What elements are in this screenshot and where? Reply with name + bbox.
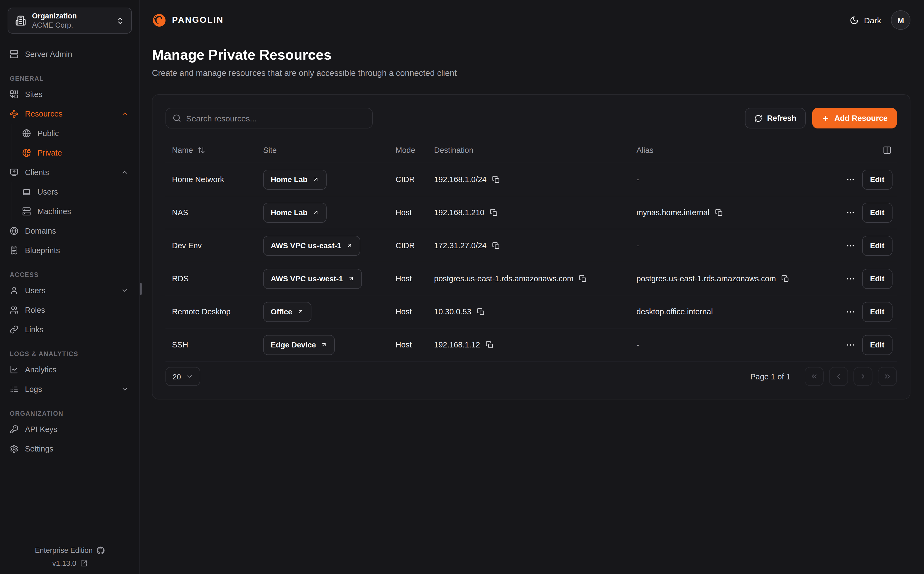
site-link-button[interactable]: Office xyxy=(263,302,311,322)
row-menu-button[interactable] xyxy=(846,340,855,349)
first-page-button[interactable] xyxy=(805,367,824,386)
copy-destination-button[interactable] xyxy=(490,208,498,216)
version-link[interactable]: v1.13.0 xyxy=(52,559,87,568)
sidebar-item-clients[interactable]: Clients xyxy=(8,162,132,182)
row-menu-button[interactable] xyxy=(846,241,855,250)
arrow-up-right-icon xyxy=(321,341,328,348)
app-window: Organization ACME Corp. Server Admin GEN… xyxy=(0,0,924,574)
edition-link[interactable]: Enterprise Edition xyxy=(35,546,104,555)
refresh-icon xyxy=(754,114,762,122)
link-icon xyxy=(10,325,19,334)
sidebar-item-roles[interactable]: Roles xyxy=(8,300,132,320)
moon-icon xyxy=(850,16,859,25)
alias-value: - xyxy=(636,241,639,250)
avatar[interactable]: M xyxy=(891,10,910,30)
main-content: PANGOLIN Dark M Manage Private Resources… xyxy=(140,0,924,574)
sidebar-item-private[interactable]: Private xyxy=(11,143,132,162)
chevron-down-icon xyxy=(121,385,128,393)
avatar-initial: M xyxy=(897,16,904,25)
row-menu-button[interactable] xyxy=(846,274,855,283)
edit-button[interactable]: Edit xyxy=(862,302,892,322)
sidebar-item-public[interactable]: Public xyxy=(11,124,132,143)
sidebar-item-label: Users xyxy=(38,188,58,196)
sidebar-item-settings[interactable]: Settings xyxy=(8,439,132,459)
page-size-select[interactable]: 20 xyxy=(166,367,200,386)
row-menu-button[interactable] xyxy=(846,175,855,184)
copy-icon xyxy=(490,208,498,216)
next-page-button[interactable] xyxy=(853,367,872,386)
copy-destination-button[interactable] xyxy=(492,175,500,183)
sidebar-item-api-keys[interactable]: API Keys xyxy=(8,419,132,439)
sidebar-item-links[interactable]: Links xyxy=(8,320,132,339)
copy-alias-button[interactable] xyxy=(781,274,790,283)
site-link-button[interactable]: AWS VPC us-east-1 xyxy=(263,235,360,255)
sidebar-resize-handle[interactable] xyxy=(140,283,142,295)
copy-destination-button[interactable] xyxy=(477,308,485,316)
org-selector[interactable]: Organization ACME Corp. xyxy=(8,8,132,34)
sidebar-item-client-users[interactable]: Users xyxy=(11,182,132,202)
add-resource-button[interactable]: Add Resource xyxy=(812,108,897,128)
edit-button[interactable]: Edit xyxy=(862,202,892,222)
ellipsis-icon xyxy=(846,340,855,349)
brand-logo-link[interactable]: PANGOLIN xyxy=(152,13,224,27)
brand-name: PANGOLIN xyxy=(172,15,224,25)
site-cell: AWS VPC us-east-1 xyxy=(256,235,389,255)
site-link-button[interactable]: Home Lab xyxy=(263,169,326,189)
alias-cell: mynas.home.internal xyxy=(630,208,835,217)
resources-subgroup: Public Private xyxy=(11,124,132,162)
sidebar-item-server-admin[interactable]: Server Admin xyxy=(8,44,132,64)
search-input[interactable] xyxy=(186,114,366,123)
table-row: SSH Edge Device Host 192.168.1.12 - Edit xyxy=(166,328,897,361)
arrow-up-right-icon xyxy=(312,176,319,183)
edit-button[interactable]: Edit xyxy=(862,169,892,189)
sidebar-item-blueprints[interactable]: Blueprints xyxy=(8,241,132,260)
alias-value: - xyxy=(636,175,639,184)
edit-button[interactable]: Edit xyxy=(862,235,892,255)
topbar-right: Dark M xyxy=(850,10,910,30)
site-link-button[interactable]: Home Lab xyxy=(263,202,326,222)
ellipsis-icon xyxy=(846,175,855,184)
chevron-up-icon xyxy=(121,169,128,176)
alias-value: postgres.us-east-1.rds.amazonaws.com xyxy=(636,274,776,283)
arrow-up-right-icon xyxy=(346,242,353,249)
sidebar-item-users[interactable]: Users xyxy=(8,281,132,300)
destination-value: 192.168.1.0/24 xyxy=(434,175,487,184)
columns-icon xyxy=(883,145,891,154)
destination-value: 10.30.0.53 xyxy=(434,308,471,316)
chevron-right-icon xyxy=(859,372,867,380)
edit-button[interactable]: Edit xyxy=(862,268,892,289)
site-link-button[interactable]: Edge Device xyxy=(263,335,335,355)
sidebar-item-logs[interactable]: Logs xyxy=(8,379,132,399)
row-menu-button[interactable] xyxy=(846,307,855,316)
sidebar-item-machines[interactable]: Machines xyxy=(11,202,132,221)
column-header-name-sort[interactable]: Name xyxy=(166,145,256,154)
row-actions: Edit xyxy=(835,235,897,255)
column-header-name: Name xyxy=(172,145,193,154)
edit-button[interactable]: Edit xyxy=(862,335,892,355)
logs-icon xyxy=(10,385,19,394)
site-link-button[interactable]: AWS VPC us-west-1 xyxy=(263,268,362,289)
copy-destination-button[interactable] xyxy=(579,274,587,283)
previous-page-button[interactable] xyxy=(829,367,848,386)
row-actions: Edit xyxy=(835,268,897,289)
alias-cell: - xyxy=(630,241,835,250)
sidebar-item-domains[interactable]: Domains xyxy=(8,221,132,241)
external-link-icon xyxy=(80,560,87,567)
resource-mode: Host xyxy=(389,308,427,316)
refresh-button[interactable]: Refresh xyxy=(745,108,805,128)
last-page-button[interactable] xyxy=(878,367,897,386)
resource-name: Remote Desktop xyxy=(166,308,256,316)
sidebar-item-resources[interactable]: Resources xyxy=(8,104,132,124)
github-icon xyxy=(97,546,105,555)
theme-toggle-button[interactable]: Dark xyxy=(850,16,881,25)
sidebar-item-analytics[interactable]: Analytics xyxy=(8,360,132,379)
ellipsis-icon xyxy=(846,307,855,316)
copy-alias-button[interactable] xyxy=(715,208,723,216)
topbar: PANGOLIN Dark M xyxy=(152,0,910,40)
chevrons-left-icon xyxy=(810,372,818,380)
copy-destination-button[interactable] xyxy=(485,341,494,349)
sidebar-item-sites[interactable]: Sites xyxy=(8,85,132,104)
toggle-columns-button[interactable] xyxy=(883,145,891,154)
row-menu-button[interactable] xyxy=(846,208,855,217)
copy-destination-button[interactable] xyxy=(492,241,500,249)
